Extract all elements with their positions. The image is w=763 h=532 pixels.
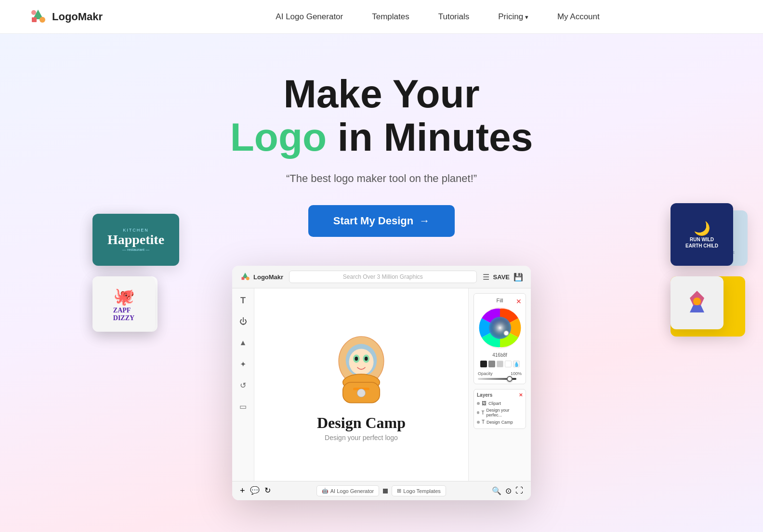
ai-icon: 🤖 [322,488,329,494]
canvas-title: Design Camp [317,414,406,432]
logo-templates-tab[interactable]: ⊞ Logo Templates [392,485,446,496]
swatch-gray[interactable] [488,361,495,367]
color-hex-value: 416b8f [478,352,522,358]
logo-card-run-wild: 🌙 RUN WILDEARTH CHILD [671,203,733,266]
editor-topbar-actions: ☰ SAVE 💾 [483,272,523,282]
layer-item-clipart[interactable]: 🖼 Clipart [477,400,523,407]
layers-header: Layers ✕ [477,392,523,398]
layers-close-button[interactable]: ✕ [519,392,523,398]
editor-bottom-right: 🔍 ⊙ ⛶ [492,486,523,495]
swatch-white[interactable] [505,361,512,367]
separator-dot [383,489,388,493]
editor-topbar: LogoMakr Search Over 3 Million Graphics … [232,266,531,288]
editor-bottom-center: 🤖 AI Logo Generator ⊞ Logo Templates [316,485,446,496]
zoom-out-button[interactable]: 🔍 [492,486,501,495]
save-icon[interactable]: 💾 [513,272,523,282]
fullscreen-button[interactable]: ⛶ [515,486,523,495]
svg-rect-1 [32,17,37,22]
logo-card-zapf-dizzy: 🐙 ZAPFDIZZY [92,276,155,332]
tool-rect[interactable]: ▭ [236,399,250,414]
nav-tutorials[interactable]: Tutorials [438,12,470,22]
tool-power[interactable]: ⏻ [236,314,250,329]
layer-item-title[interactable]: T Design Camp [477,418,523,426]
editor-search-box[interactable]: Search Over 3 Million Graphics [289,271,476,283]
canvas-subtitle: Design your perfect logo [325,434,398,441]
save-label[interactable]: SAVE [493,273,510,281]
add-button[interactable]: + [240,486,245,496]
ai-generator-tab[interactable]: 🤖 AI Logo Generator [316,485,380,496]
opacity-value: 100% [511,371,522,376]
svg-point-8 [246,277,250,280]
logo-card-jl [671,276,724,329]
editor-mockup: Motive Kitchen Happetite — restaurant — … [232,266,531,500]
swatch-light[interactable] [497,361,503,367]
editor-canvas: Design Camp Design your perfect logo [254,288,468,481]
svg-point-15 [365,357,368,361]
editor-logo-icon [240,272,250,282]
tool-star[interactable]: ✦ [236,357,250,371]
svg-point-25 [504,331,509,336]
logo[interactable]: LogoMakr [29,8,103,26]
svg-point-2 [39,17,45,23]
svg-rect-7 [241,277,244,280]
swatch-eyedrop[interactable]: 💧 [513,361,520,367]
tool-shape[interactable]: ▲ [236,336,250,350]
opacity-slider[interactable] [478,378,516,380]
logo-icon [29,8,47,26]
logo-text: LogoMakr [52,11,103,23]
fill-panel: Fill ✕ [474,293,526,384]
layers-toggle-button[interactable]: ⊙ [505,486,512,495]
color-wheel[interactable] [478,306,522,350]
editor-sidebar: T ⏻ ▲ ✦ ↺ ▭ [232,288,254,481]
editor-window: LogoMakr Search Over 3 Million Graphics … [232,266,531,500]
fill-label: Fill [478,298,522,303]
editor-right-panel: Fill ✕ [468,288,531,481]
nav-templates[interactable]: Templates [372,12,409,22]
nav-pricing[interactable]: Pricing [498,12,528,22]
fill-close-button[interactable]: ✕ [516,298,522,305]
editor-body: T ⏻ ▲ ✦ ↺ ▭ [232,288,531,481]
chat-button[interactable]: 💬 [250,486,260,496]
tool-text[interactable]: T [236,293,250,308]
swatch-black[interactable] [480,361,487,367]
tool-undo[interactable]: ↺ [236,378,250,392]
logo-card-happetite: Kitchen Happetite — restaurant — [92,214,179,266]
nav-links: AI Logo Generator Templates Tutorials Pr… [141,12,734,22]
editor-logo: LogoMakr [240,272,283,282]
svg-point-11 [349,349,374,375]
hero-subtitle: “The best logo maker tool on the planet!… [286,172,477,185]
editor-bottombar: + 💬 ↻ 🤖 AI Logo Generator ⊞ Logo Templat… [232,481,531,500]
svg-point-3 [31,10,36,15]
layer-item-subtitle[interactable]: T Design your perfec... [477,407,523,418]
hero-title: Make Your Logo in Minutes [230,72,533,159]
opacity-label: Opacity [478,371,493,376]
hamburger-icon[interactable]: ☰ [483,272,489,282]
grid-icon: ⊞ [397,488,401,494]
refresh-button[interactable]: ↻ [264,486,271,496]
editor-bottom-left: + 💬 ↻ [240,486,271,496]
nav-my-account[interactable]: My Account [557,12,600,22]
nav-ai-logo-generator[interactable]: AI Logo Generator [276,12,343,22]
svg-point-5 [693,298,701,305]
layers-panel: Layers ✕ 🖼 Clipart T Design your perfec.… [474,389,526,429]
navbar: LogoMakr AI Logo Generator Templates Tut… [0,0,763,34]
astronaut-illustration [320,328,402,410]
hero-section: Make Your Logo in Minutes “The best logo… [0,34,763,532]
svg-point-19 [357,389,366,397]
svg-point-14 [355,357,358,361]
start-design-button[interactable]: Start My Design → [308,205,455,237]
svg-point-24 [489,317,511,339]
